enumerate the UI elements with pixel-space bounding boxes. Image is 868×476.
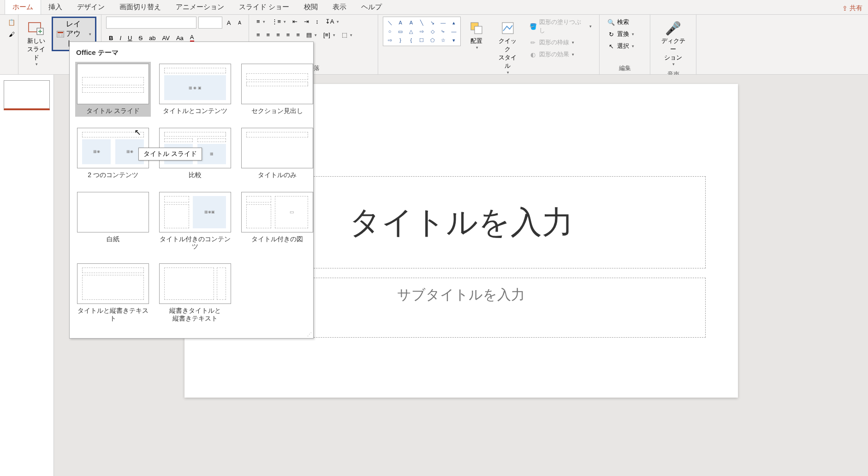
align-center-icon: ≡ xyxy=(267,31,270,38)
bold-icon: B xyxy=(109,35,113,42)
shape-outline-button[interactable]: ✏図形の枠線▾ xyxy=(526,37,595,48)
chevron-down-icon: ▾ xyxy=(476,45,478,50)
shape-arrow-icon[interactable]: ↘ xyxy=(428,18,438,27)
select-button[interactable]: ↖選択▾ xyxy=(604,41,637,52)
text-direction-button[interactable]: ↧A▾ xyxy=(322,17,342,26)
layout-item-title-content[interactable]: ▦ ◉ ▣ タイトルとコンテンツ xyxy=(157,62,233,117)
resize-grip-icon[interactable]: ⋰ xyxy=(307,332,312,337)
increase-indent-button[interactable]: ⇥ xyxy=(301,17,312,26)
tab-view[interactable]: 表示 xyxy=(325,0,354,14)
new-slide-label: 新しい スライド xyxy=(27,37,45,62)
layout-item-blank[interactable]: 白紙 xyxy=(75,190,151,253)
distribute-icon: ≡ xyxy=(296,31,300,38)
replace-button[interactable]: ↻置換▾ xyxy=(604,29,637,40)
shape-diamond-icon[interactable]: ◇ xyxy=(428,27,438,36)
layout-item-section-header[interactable]: セクション見出し xyxy=(239,62,315,117)
find-button[interactable]: 🔍検索 xyxy=(604,17,637,28)
new-slide-icon xyxy=(27,19,45,37)
shape-text-icon[interactable]: A xyxy=(395,18,405,27)
share-icon: ⇪ xyxy=(842,5,848,12)
shape-effects-button[interactable]: ◐図形の効果▾ xyxy=(526,49,595,60)
tab-slideshow[interactable]: スライド ショー xyxy=(232,0,297,14)
layout-label-3: 2 つのコンテンツ xyxy=(88,171,138,179)
align-right-button[interactable]: ≡ xyxy=(273,30,283,40)
shape-fill-label: 図形の塗りつぶし xyxy=(539,18,587,35)
dictate-button[interactable]: 🎤 ディクテー ション ▾ xyxy=(655,17,691,69)
replace-icon: ↻ xyxy=(607,30,615,38)
shape-rarrow2-icon[interactable]: ⇨ xyxy=(385,36,395,44)
quick-styles-button[interactable]: クイック スタイル ▾ xyxy=(492,17,523,77)
shape-scroll-mid-icon[interactable]: — xyxy=(449,27,459,36)
shape-fill-button[interactable]: 🪣図形の塗りつぶし▾ xyxy=(526,17,595,36)
format-painter-btn[interactable]: 🖌 xyxy=(5,29,18,40)
layout-item-content-caption[interactable]: ▦◉▣ タイトル付きのコンテンツ xyxy=(157,190,233,253)
shape-star-icon[interactable]: ☆ xyxy=(438,36,448,44)
smartart-button[interactable]: ⬚▾ xyxy=(339,30,355,40)
layout-item-picture-caption[interactable]: ▭ タイトル付きの図 xyxy=(239,190,315,253)
align-left-button[interactable]: ≡ xyxy=(254,30,263,40)
new-slide-button[interactable]: 新しい スライド ▾ xyxy=(23,17,49,69)
shape-line3-icon[interactable]: — xyxy=(438,18,448,27)
justify-button[interactable]: ≡ xyxy=(284,30,293,40)
share-button[interactable]: ⇪ 共有 xyxy=(837,2,868,14)
shape-scroll-up-icon[interactable]: ▴ xyxy=(449,18,459,27)
tab-transitions[interactable]: 画面切り替え xyxy=(112,0,168,14)
font-size-select[interactable] xyxy=(198,17,222,29)
decrease-indent-button[interactable]: ⇤ xyxy=(290,17,300,26)
font-family-select[interactable] xyxy=(106,17,196,29)
layout-label-1: タイトルとコンテンツ xyxy=(163,107,227,115)
arrange-button[interactable]: 配置 ▾ xyxy=(464,17,489,53)
replace-label: 置換 xyxy=(617,30,629,38)
tab-home[interactable]: ホーム xyxy=(5,0,41,14)
microphone-icon: 🎤 xyxy=(665,19,682,37)
find-label: 検索 xyxy=(617,18,629,26)
line-spacing-button[interactable]: ↕ xyxy=(313,17,321,26)
shape-oval-icon[interactable]: ○ xyxy=(385,27,395,36)
shape-brace-icon[interactable]: } xyxy=(395,36,405,44)
chevron-down-icon: ▾ xyxy=(36,62,38,66)
numbering-button[interactable]: ⋮≡▾ xyxy=(269,17,289,26)
shapes-gallery[interactable]: ＼ A A ╲ ↘ — ▴ ○ ▭ △ ⇨ ◇ ⤷ — ⇨ } { ☐ ⬠ ☆ xyxy=(383,17,461,46)
shape-text2-icon[interactable]: A xyxy=(406,18,416,27)
increase-font-button[interactable]: A xyxy=(224,18,234,28)
tab-insert[interactable]: 挿入 xyxy=(41,0,70,14)
strike-icon: S xyxy=(138,35,143,42)
align-center-button[interactable]: ≡ xyxy=(264,30,273,40)
layout-theme-title: Office テーマ xyxy=(75,47,308,62)
shape-triangle-icon[interactable]: △ xyxy=(406,27,416,36)
shape-callout-icon[interactable]: ☐ xyxy=(416,36,427,44)
layout-item-title-slide[interactable]: タイトル スライド xyxy=(75,62,151,117)
svg-rect-10 xyxy=(502,23,513,34)
tab-help[interactable]: ヘルプ xyxy=(354,0,389,14)
layout-icon xyxy=(57,30,64,38)
shape-brace2-icon[interactable]: { xyxy=(406,36,416,44)
layout-item-title-vertical[interactable]: タイトルと縦書きテキスト xyxy=(75,262,151,324)
shape-scroll-down-icon[interactable]: ▾ xyxy=(449,36,459,44)
distribute-button[interactable]: ≡ xyxy=(293,30,303,40)
columns-button[interactable]: ▤▾ xyxy=(303,30,320,40)
brush-icon: 🖌 xyxy=(7,30,16,38)
tab-design[interactable]: デザイン xyxy=(70,0,112,14)
tab-animations[interactable]: アニメーション xyxy=(168,0,232,14)
layout-item-vertical-title-text[interactable]: 縦書きタイトルと 縦書きテキスト xyxy=(157,262,233,324)
layout-dropdown: Office テーマ タイトル スライド ▦ ◉ ▣ タイトルとコンテンツ セク… xyxy=(69,42,314,339)
align-text-button[interactable]: [≡]▾ xyxy=(321,30,338,40)
decrease-font-button[interactable]: A xyxy=(235,19,244,27)
tab-review[interactable]: 校閲 xyxy=(297,0,325,14)
shape-line-icon[interactable]: ＼ xyxy=(385,18,395,27)
text-direction-icon: ↧A xyxy=(325,18,334,25)
align-right-icon: ≡ xyxy=(276,31,280,38)
arrange-label: 配置 xyxy=(470,37,482,45)
shape-pentagon-icon[interactable]: ⬠ xyxy=(428,36,438,44)
line-spacing-icon: ↕ xyxy=(315,18,319,25)
layout-label-8: タイトル付きの図 xyxy=(251,235,303,243)
slide-thumbnail-1[interactable] xyxy=(4,80,50,110)
increase-indent-icon: ⇥ xyxy=(304,18,309,25)
shape-rect-icon[interactable]: ▭ xyxy=(395,27,405,36)
bullets-button[interactable]: ≡▾ xyxy=(254,17,268,26)
shape-connector-icon[interactable]: ⤷ xyxy=(438,27,448,36)
layout-item-title-only[interactable]: タイトルのみ xyxy=(239,126,315,181)
shape-rarrow-icon[interactable]: ⇨ xyxy=(416,27,427,36)
shape-line2-icon[interactable]: ╲ xyxy=(416,18,427,27)
clipboard-btn[interactable]: 📋 xyxy=(5,17,18,28)
